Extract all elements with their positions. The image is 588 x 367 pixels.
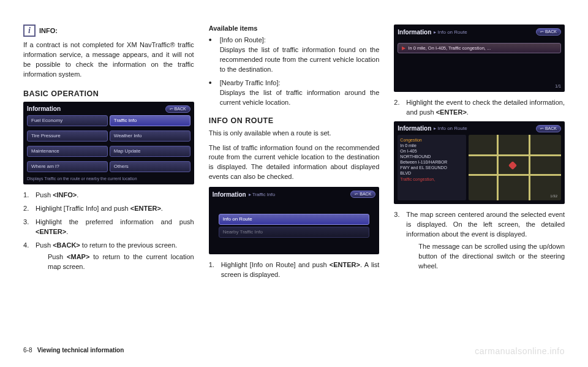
bullet-nearby-traffic: [Nearby Traffic Info]:Displays the list … — [209, 78, 380, 108]
section-title: Viewing technical information — [37, 347, 124, 354]
info-paragraph: If a contract is not completed for XM Na… — [23, 40, 194, 80]
ss-footer-hint: Displays Traffic on the route or nearby … — [27, 176, 190, 181]
ss-title: Information ▸ Traffic Info — [213, 191, 275, 198]
ss-header: Information ▸ Info on Route ⤺ BACK — [398, 125, 561, 132]
step-4: Push <BACK> to return to the previous sc… — [23, 241, 194, 273]
step-1-route: Highlight [Info on Route] and push <ENTE… — [209, 260, 380, 280]
info-icon: i — [23, 25, 36, 37]
screenshot-information-menu: Information ⤺ BACK Fuel Economy Traffic … — [23, 102, 194, 184]
event-detail-panel: Congestion In 0 mile On I-405 NORTHBOUND… — [398, 135, 466, 200]
page-footer: 6-8 Viewing technical information — [23, 347, 124, 354]
traffic-event-row: ▶ In 0 mile, On I-405, Traffic congestio… — [398, 43, 561, 53]
steps-info-on-route: Highlight [Info on Route] and push <ENTE… — [209, 260, 380, 284]
column-2: Available items [Info on Route]:Displays… — [209, 25, 380, 325]
ss-header: Information ▸ Info on Route ⤺ BACK — [398, 28, 561, 36]
steps-route-2: Highlight the event to check the detaile… — [394, 98, 565, 121]
column-1: i INFO: If a contract is not completed f… — [23, 25, 194, 325]
ss-map-split: Congestion In 0 mile On I-405 NORTHBOUND… — [398, 135, 561, 200]
column-3: Information ▸ Info on Route ⤺ BACK ▶ In … — [394, 25, 565, 325]
ss-header: Information ▸ Traffic Info ⤺ BACK — [213, 191, 376, 198]
ss-menu-grid: Fuel Economy Traffic Info Tire Pressure … — [27, 115, 190, 175]
step-2: Highlight [Traffic Info] and push <ENTER… — [23, 204, 194, 214]
para-route-available: This is only available when a route is s… — [209, 129, 380, 138]
step-3: Highlight the preferred information and … — [23, 218, 194, 237]
steps-basic-operation: Push <INFO>. Highlight [Traffic Info] an… — [23, 191, 194, 276]
event-type: Congestion — [400, 137, 464, 143]
step-1: Push <INFO>. — [23, 191, 194, 200]
ss-title: Information ▸ Info on Route — [398, 29, 467, 36]
menu-nearby-traffic: Nearby Traffic Info — [219, 227, 370, 238]
event-status: Traffic congestion, — [400, 176, 464, 182]
event-lines: In 0 mile On I-405 NORTHBOUND Between I-… — [400, 143, 464, 176]
page-number: 6-8 — [23, 347, 32, 354]
menu-tire-pressure: Tire Pressure — [27, 131, 108, 142]
map-scale: 1/32 — [550, 194, 557, 198]
info-callout: i INFO: — [23, 25, 194, 37]
ss-header: Information ⤺ BACK — [27, 105, 190, 113]
back-button-icon: ⤺ BACK — [536, 28, 561, 36]
ss-title: Information ▸ Info on Route — [398, 125, 467, 132]
page-count: 1/1 — [398, 84, 561, 88]
step-2-route: Highlight the event to check the detaile… — [394, 98, 565, 118]
page-columns: i INFO: If a contract is not completed f… — [23, 25, 565, 325]
menu-weather-info: Weather Info — [110, 131, 190, 142]
menu-where-am-i: Where am I? — [27, 161, 108, 172]
ss-menu-list: Info on Route Nearby Traffic Info — [213, 200, 376, 251]
heading-available-items: Available items — [209, 25, 380, 32]
screenshot-traffic-info: Information ▸ Traffic Info ⤺ BACK Info o… — [209, 187, 380, 254]
watermark: carmanualsonline.info — [475, 346, 565, 356]
step-3-route: The map screen centered around the selec… — [394, 210, 565, 271]
ss-title: Information — [27, 105, 61, 112]
menu-maintenance: Maintenance — [27, 146, 108, 157]
heading-basic-operation: BASIC OPERATION — [23, 89, 194, 98]
steps-route-3: The map screen centered around the selec… — [394, 210, 565, 275]
screenshot-route-list: Information ▸ Info on Route ⤺ BACK ▶ In … — [394, 25, 565, 92]
step-4-sub: Push <MAP> to return to the current loca… — [48, 252, 194, 272]
step-3-sub: The message can be scrolled using the up… — [418, 242, 565, 271]
ss-list-body: ▶ In 0 mile, On I-405, Traffic congestio… — [398, 38, 561, 83]
menu-traffic-info: Traffic Info — [110, 115, 190, 126]
menu-fuel-economy: Fuel Economy — [27, 115, 108, 126]
back-button-icon: ⤺ BACK — [536, 125, 561, 132]
menu-map-update: Map Update — [110, 146, 190, 157]
event-map: 1/32 — [469, 135, 561, 200]
screenshot-event-detail: Information ▸ Info on Route ⤺ BACK Conge… — [394, 121, 565, 204]
bullet-info-on-route: [Info on Route]:Displays the list of tra… — [209, 36, 380, 75]
event-marker-icon — [508, 161, 517, 170]
heading-info-on-route: INFO ON ROUTE — [209, 116, 380, 125]
info-label: INFO: — [39, 27, 58, 34]
back-button-icon: ⤺ BACK — [350, 191, 375, 198]
available-items-list: [Info on Route]:Displays the list of tra… — [209, 36, 380, 112]
warning-icon: ▶ — [402, 45, 405, 51]
menu-others: Others — [110, 161, 190, 172]
menu-info-on-route: Info on Route — [219, 214, 370, 225]
back-button-icon: ⤺ BACK — [165, 105, 190, 113]
para-route-desc: The list of traffic information found on… — [209, 143, 380, 183]
